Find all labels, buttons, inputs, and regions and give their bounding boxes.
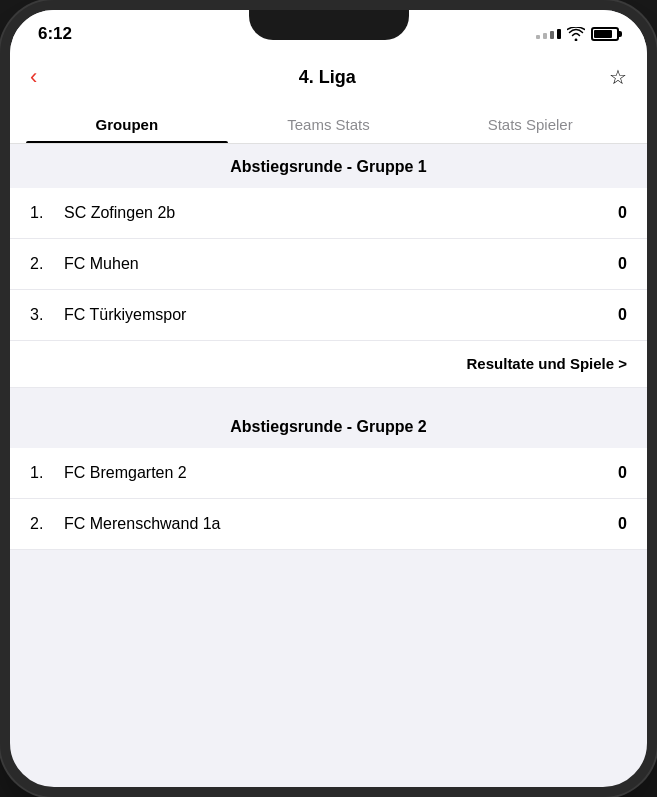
table-row[interactable]: 1. SC Zofingen 2b 0	[10, 188, 647, 239]
table-row[interactable]: 2. FC Merenschwand 1a 0	[10, 499, 647, 550]
battery-fill	[594, 30, 612, 38]
phone-frame: 6:12 ‹ 4. Liga ☆	[0, 0, 657, 797]
tab-stats-spieler[interactable]: Stats Spieler	[429, 106, 631, 143]
favorite-button[interactable]: ☆	[609, 65, 627, 89]
tab-groupen[interactable]: Groupen	[26, 106, 228, 143]
battery-icon	[591, 27, 619, 41]
section-divider	[10, 388, 647, 404]
status-icons	[536, 27, 619, 41]
nav-header: ‹ 4. Liga ☆	[10, 50, 647, 106]
status-time: 6:12	[38, 24, 72, 44]
wifi-icon	[567, 27, 585, 41]
page-title: 4. Liga	[299, 67, 356, 88]
table-row[interactable]: 2. FC Muhen 0	[10, 239, 647, 290]
table-row[interactable]: 1. FC Bremgarten 2 0	[10, 448, 647, 499]
table-row[interactable]: 3. FC Türkiyemspor 0	[10, 290, 647, 341]
back-button[interactable]: ‹	[30, 60, 45, 94]
content-area: Abstiegsrunde - Gruppe 1 1. SC Zofingen …	[10, 144, 647, 550]
group-2-header: Abstiegsrunde - Gruppe 2	[10, 404, 647, 448]
group-1-header: Abstiegsrunde - Gruppe 1	[10, 144, 647, 188]
signal-icon	[536, 29, 561, 39]
notch	[249, 10, 409, 40]
results-link-group-1[interactable]: Resultate und Spiele >	[10, 341, 647, 388]
tab-teams-stats[interactable]: Teams Stats	[228, 106, 430, 143]
tabs-container: Groupen Teams Stats Stats Spieler	[10, 106, 647, 144]
